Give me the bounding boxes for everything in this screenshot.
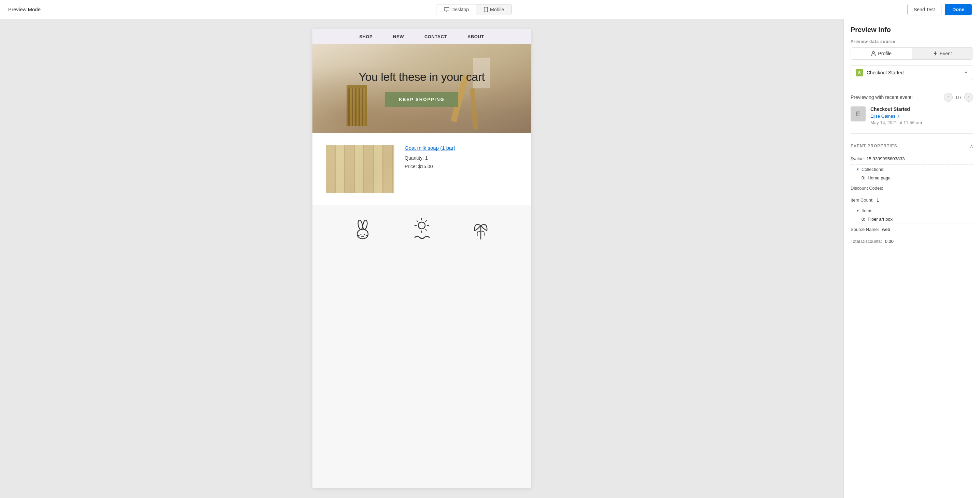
- total-discounts-val: 0.00: [885, 239, 894, 244]
- svg-point-5: [357, 229, 368, 239]
- desktop-icon: [444, 7, 449, 12]
- source-toggle: Profile Event: [851, 48, 973, 60]
- product-quantity: Quantity: 1 Price: $15.00: [405, 154, 517, 171]
- source-name-val: web: [882, 227, 890, 232]
- prev-event-button[interactable]: ‹: [944, 93, 953, 102]
- send-test-button[interactable]: Send Test: [907, 4, 942, 15]
- triangle-icon: ▼: [856, 168, 859, 171]
- product-image: [326, 145, 395, 193]
- done-button[interactable]: Done: [945, 4, 972, 15]
- item-count-val: 1: [877, 198, 879, 203]
- value-property: $value: 15.9399995803833: [851, 153, 973, 165]
- event-avatar: E: [851, 106, 865, 121]
- event-name-label: Checkout Started: [867, 70, 904, 75]
- items-item-0: 0: Fiber art box: [856, 215, 973, 224]
- pagination: ‹ 1/7 ›: [944, 93, 973, 102]
- svg-rect-0: [444, 8, 449, 11]
- collections-item-0: 0: Home page: [856, 174, 973, 182]
- checkout-event-dropdown[interactable]: S Checkout Started ▼: [851, 65, 973, 80]
- svg-point-6: [357, 220, 363, 230]
- main-layout: SHOP NEW CONTACT ABOUT You left these in…: [0, 19, 980, 498]
- source-name-property: Source Name: web: [851, 224, 973, 235]
- total-discounts-key: Total Discounts:: [851, 239, 882, 244]
- svg-line-17: [425, 221, 426, 222]
- event-card-title: Checkout Started: [870, 106, 973, 112]
- event-dropdown-left: S Checkout Started: [856, 69, 904, 76]
- top-bar-actions: Send Test Done: [907, 4, 972, 15]
- collections-header[interactable]: ▼ Collections:: [856, 165, 973, 174]
- source-name-key: Source Name:: [851, 227, 879, 232]
- hero-title: You left these in your cart: [359, 70, 485, 84]
- event-source-btn[interactable]: Event: [912, 48, 973, 59]
- svg-point-8: [360, 234, 361, 235]
- items-header[interactable]: ▼ Items:: [856, 206, 973, 215]
- desktop-toggle[interactable]: Desktop: [436, 5, 476, 15]
- value-key: $value:: [851, 156, 865, 161]
- collapse-icon: ∧: [970, 143, 973, 149]
- svg-point-18: [872, 51, 875, 54]
- mobile-toggle[interactable]: Mobile: [476, 5, 512, 15]
- keep-shopping-button[interactable]: KEEP SHOPPING: [385, 92, 458, 107]
- total-discounts-property: Total Discounts: 0.00: [851, 235, 973, 247]
- shopify-icon: S: [856, 69, 863, 76]
- price-text: Price: $15.00: [405, 162, 517, 171]
- email-footer-icons: [312, 205, 531, 253]
- items-group: ▼ Items: 0: Fiber art box: [856, 206, 973, 224]
- hero-decor: [312, 44, 531, 133]
- lightning-icon: [933, 51, 938, 56]
- nav-contact: CONTACT: [425, 34, 447, 39]
- data-source-label: Preview data source: [851, 39, 973, 44]
- event-card-date: May 14, 2021 at 11:56 am: [870, 120, 973, 125]
- svg-line-16: [425, 229, 426, 230]
- discount-codes-key: Discount Codes:: [851, 186, 883, 191]
- email-preview: SHOP NEW CONTACT ABOUT You left these in…: [312, 29, 531, 488]
- items-triangle-icon: ▼: [856, 209, 859, 213]
- panel-title: Preview Info: [851, 26, 973, 34]
- svg-point-9: [364, 234, 365, 235]
- profile-source-btn[interactable]: Profile: [851, 48, 912, 59]
- discount-codes-property: Discount Codes:: [851, 182, 973, 194]
- item-count-property: Item Count: 1: [851, 194, 973, 206]
- svg-point-7: [362, 220, 368, 230]
- top-bar: Preview Mode Desktop Mobile Send Test Do…: [0, 0, 980, 19]
- product-link[interactable]: Goat milk soap (1 bar): [405, 145, 455, 151]
- email-hero: You left these in your cart KEEP SHOPPIN…: [312, 44, 531, 133]
- soap-visual: [326, 145, 395, 193]
- svg-line-15: [417, 221, 418, 222]
- svg-point-4: [485, 11, 486, 12]
- sun-book-icon: [408, 215, 435, 243]
- item-count-key: Item Count:: [851, 198, 873, 203]
- event-card-info: Checkout Started Elise Gaines ↗ May 14, …: [870, 106, 973, 125]
- nav-shop: SHOP: [359, 34, 372, 39]
- value-val: 15.9399995803833: [866, 156, 905, 161]
- product-info: Goat milk soap (1 bar) Quantity: 1 Price…: [405, 145, 517, 171]
- event-properties-label: EVENT PROPERTIES: [851, 144, 897, 148]
- bunny-icon: [349, 215, 376, 243]
- brush-decoration-2: [470, 88, 478, 130]
- view-toggle: Desktop Mobile: [436, 4, 512, 15]
- panel-divider-2: [851, 133, 973, 134]
- page-number: 1/7: [955, 95, 962, 100]
- recent-event-header: Previewing with recent event: ‹ 1/7 ›: [851, 93, 973, 102]
- product-section: Goat milk soap (1 bar) Quantity: 1 Price…: [312, 133, 531, 205]
- leaf-icon: [467, 215, 495, 243]
- email-nav: SHOP NEW CONTACT ABOUT: [312, 29, 531, 44]
- event-card: E Checkout Started Elise Gaines ↗ May 14…: [851, 106, 973, 125]
- external-link-icon: ↗: [897, 114, 900, 118]
- person-link[interactable]: Elise Gaines ↗: [870, 114, 900, 119]
- svg-point-10: [418, 222, 425, 229]
- preview-area: SHOP NEW CONTACT ABOUT You left these in…: [0, 19, 843, 498]
- event-properties-header[interactable]: EVENT PROPERTIES ∧: [851, 139, 973, 153]
- quantity-text: Quantity: 1: [405, 154, 517, 162]
- preview-mode-label: Preview Mode: [8, 6, 41, 12]
- mobile-icon: [484, 7, 488, 12]
- dropdown-chevron-icon: ▼: [964, 70, 968, 75]
- recent-event-label: Previewing with recent event:: [851, 95, 913, 100]
- nav-about: ABOUT: [468, 34, 484, 39]
- comb-decoration: [347, 85, 367, 126]
- right-panel: Preview Info Preview data source Profile…: [843, 19, 980, 498]
- panel-divider-1: [851, 87, 973, 87]
- next-event-button[interactable]: ›: [964, 93, 973, 102]
- nav-new: NEW: [393, 34, 404, 39]
- event-card-person: Elise Gaines ↗: [870, 113, 973, 119]
